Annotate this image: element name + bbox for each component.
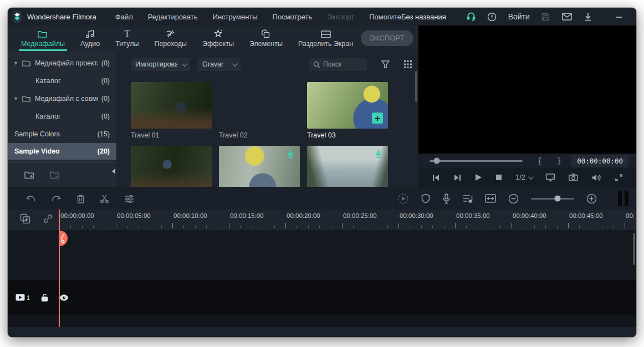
- video-thumbnail[interactable]: [131, 82, 212, 129]
- download-icon[interactable]: [577, 12, 599, 22]
- download-badge-icon[interactable]: [286, 150, 295, 159]
- tab-split-screen[interactable]: Разделить Экран: [290, 25, 361, 51]
- next-frame-button[interactable]: [453, 174, 462, 181]
- tab-label: Титулы: [115, 40, 139, 48]
- tree-item-sample-colors[interactable]: Sample Colors (15): [8, 125, 116, 143]
- login-button[interactable]: Войти: [503, 12, 535, 21]
- fit-timeline-icon[interactable]: [485, 194, 496, 203]
- ruler-label: 00:: [626, 212, 635, 219]
- zoom-slider-handle[interactable]: [555, 196, 561, 202]
- collapse-sidebar-arrow[interactable]: [112, 169, 115, 174]
- elements-icon: [261, 29, 270, 38]
- media-item-travel-01[interactable]: Travel 01: [131, 82, 212, 139]
- info-icon[interactable]: [482, 12, 503, 22]
- timeline-hscroll-area[interactable]: [8, 327, 636, 337]
- new-folder-icon[interactable]: [24, 171, 34, 179]
- tree-item-catalog-2[interactable]: Каталог (0): [8, 108, 116, 125]
- zoom-out-icon[interactable]: [508, 193, 519, 204]
- tree-item-shared-media[interactable]: ▼ Медиафайл с совме (0): [8, 90, 116, 108]
- microphone-icon[interactable]: [442, 193, 451, 204]
- ruler-label: 00:00:05:00: [117, 212, 151, 219]
- preview-seek-slider[interactable]: [430, 160, 523, 162]
- menu-edit[interactable]: Редактировать: [148, 13, 198, 21]
- timeline: 00:00:00:00 00:00:05:00 00:00:10:00 00:0…: [8, 210, 636, 337]
- tab-audio[interactable]: Аудио: [73, 25, 108, 51]
- media-item-row2-3[interactable]: [307, 146, 388, 187]
- folder-icon: [38, 29, 48, 38]
- mark-in-button[interactable]: {: [537, 156, 542, 166]
- mail-icon[interactable]: [556, 13, 577, 21]
- caret-down-icon[interactable]: ▼: [13, 60, 19, 66]
- search-box[interactable]: [309, 58, 367, 71]
- caret-down-icon[interactable]: ▼: [13, 96, 19, 101]
- tab-transitions[interactable]: Переходы: [146, 25, 195, 51]
- sort-dropdown[interactable]: Gravar: [198, 58, 241, 71]
- seek-handle[interactable]: [434, 158, 440, 164]
- media-scrollbar[interactable]: [415, 71, 417, 102]
- menu-file[interactable]: Файл: [115, 13, 133, 21]
- import-dropdown[interactable]: Импортировать: [131, 58, 190, 71]
- panel-resize-handle[interactable]: [618, 191, 628, 206]
- tab-effects[interactable]: Эффекты: [195, 25, 242, 51]
- display-device-icon[interactable]: [545, 173, 555, 182]
- media-item-row2-1[interactable]: [131, 146, 212, 187]
- tab-elements[interactable]: Элементы: [242, 25, 290, 51]
- minimize-button[interactable]: [606, 8, 632, 25]
- support-headset-icon[interactable]: [461, 12, 482, 22]
- manage-tracks-icon[interactable]: [20, 213, 30, 224]
- snapshot-camera-icon[interactable]: [569, 174, 578, 181]
- maximize-button[interactable]: [632, 8, 636, 25]
- video-track-1[interactable]: 1: [8, 280, 636, 315]
- volume-icon[interactable]: [591, 174, 601, 182]
- filter-icon[interactable]: [381, 60, 390, 68]
- zoom-in-icon[interactable]: [586, 193, 597, 204]
- shield-icon[interactable]: [421, 193, 430, 203]
- tree-item-project-media[interactable]: ▼ Медиафайл проекта (0): [8, 54, 116, 72]
- app-title: Wondershare Filmora: [27, 13, 96, 21]
- download-badge-icon[interactable]: [374, 150, 383, 159]
- track-lock-icon[interactable]: [41, 293, 48, 302]
- tree-item-sample-video[interactable]: Sample Video (20): [8, 143, 116, 160]
- search-input[interactable]: [323, 60, 362, 68]
- menu-help[interactable]: Помогите: [369, 13, 401, 21]
- media-item-travel-03[interactable]: + Travel 03: [307, 82, 388, 139]
- playhead[interactable]: [59, 210, 60, 327]
- tab-media[interactable]: Медиафайлы: [13, 25, 73, 51]
- preview-timecode: 00:00:00:00: [571, 155, 628, 167]
- timeline-vscrollbar[interactable]: [633, 233, 635, 265]
- mark-out-button[interactable]: }: [556, 156, 561, 166]
- track-visibility-eye-icon[interactable]: [59, 294, 69, 301]
- media-item-row2-2[interactable]: [219, 146, 300, 187]
- menu-view[interactable]: Посмотреть: [273, 13, 313, 21]
- video-thumbnail[interactable]: [307, 146, 388, 187]
- tree-item-label: Каталог: [35, 77, 98, 85]
- ruler-label: 00:00:10:00: [173, 212, 207, 219]
- ruler-label: 00:00:20:00: [287, 212, 320, 219]
- previous-frame-button[interactable]: [432, 174, 440, 181]
- menu-tools[interactable]: Инструменты: [213, 13, 258, 21]
- playback-speed-dropdown[interactable]: 1/2: [515, 174, 531, 181]
- delete-trash-icon: [76, 194, 85, 203]
- video-thumbnail[interactable]: [219, 146, 300, 187]
- grid-view-icon[interactable]: [404, 60, 412, 68]
- stop-button[interactable]: [495, 174, 502, 181]
- tree-item-catalog-1[interactable]: Каталог (0): [8, 72, 116, 90]
- fullscreen-icon[interactable]: [615, 174, 623, 182]
- preview-screen[interactable]: [418, 25, 636, 154]
- media-item-travel-02[interactable]: Travel 02: [219, 82, 300, 139]
- video-track-icon: 1: [16, 294, 30, 301]
- link-icon[interactable]: [43, 213, 53, 224]
- timeline-empty-area[interactable]: [8, 230, 636, 280]
- audio-mixer-icon[interactable]: [463, 194, 473, 203]
- video-thumbnail[interactable]: [131, 146, 212, 187]
- timeline-zoom-slider[interactable]: [531, 198, 574, 200]
- tab-titles[interactable]: T Титулы: [108, 25, 146, 51]
- video-thumbnail[interactable]: [219, 82, 300, 129]
- timeline-ruler[interactable]: 00:00:00:00 00:00:05:00 00:00:10:00 00:0…: [8, 210, 636, 230]
- tree-item-count: (15): [98, 130, 110, 138]
- play-button[interactable]: [475, 174, 482, 181]
- transition-icon: [166, 29, 175, 38]
- add-to-timeline-icon[interactable]: +: [372, 113, 383, 124]
- adjust-settings-icon: [124, 195, 134, 203]
- video-thumbnail[interactable]: +: [307, 82, 388, 129]
